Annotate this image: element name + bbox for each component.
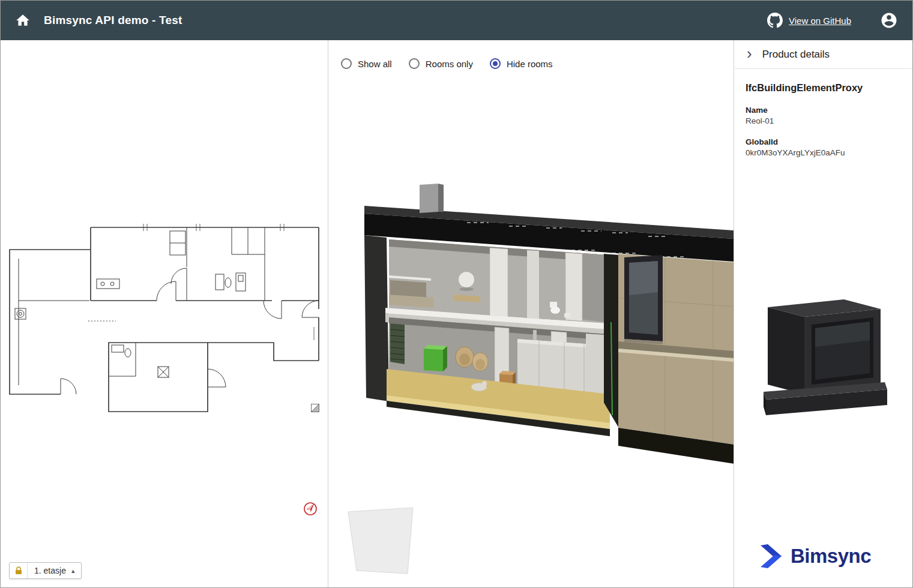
radio-show-all[interactable]: Show all [341, 58, 392, 69]
details-panel-body: IfcBuildingElementProxy Name Reol-01 Glo… [735, 69, 912, 157]
compass-icon[interactable] [303, 501, 318, 517]
field-value-globalid: 0kr0M3oYXArgLYxjE0aAFu [746, 148, 902, 157]
radio-circle-icon [409, 58, 420, 69]
radio-hide-rooms[interactable]: Hide rooms [490, 58, 553, 69]
view-on-github-link[interactable]: View on GitHub [767, 13, 851, 28]
details-panel-title: Product details [762, 49, 830, 61]
bimsync-logo-icon [759, 543, 785, 569]
storey-dropdown[interactable]: 1. etasje ▴ [28, 563, 81, 578]
radio-rooms-only[interactable]: Rooms only [409, 58, 473, 69]
lock-button[interactable] [10, 563, 28, 578]
viewer-canvas[interactable]: Show all Rooms only Hide rooms [329, 40, 734, 587]
caret-up-icon: ▴ [71, 567, 75, 575]
storey-label: 1. etasje [34, 566, 66, 575]
field-value-name: Reol-01 [746, 116, 902, 125]
radio-label: Hide rooms [507, 59, 553, 69]
storey-selector[interactable]: 1. etasje ▴ [9, 562, 82, 579]
app-header: Bimsync API demo - Test View on GitHub [1, 1, 912, 40]
ifc-class-name: IfcBuildingElementProxy [746, 82, 902, 94]
lock-icon [14, 566, 23, 575]
field-label-name: Name [746, 106, 902, 115]
app-window: Bimsync API demo - Test View on GitHub [0, 0, 913, 588]
floorplan-drawing [1, 40, 328, 587]
section-plane-icon[interactable] [310, 403, 320, 413]
home-icon[interactable] [15, 13, 31, 28]
github-link-label: View on GitHub [789, 16, 851, 26]
floorplan-canvas[interactable]: 1. etasje ▴ [1, 40, 328, 587]
display-mode-radio-group: Show all Rooms only Hide rooms [341, 58, 570, 69]
viewer-minimap-overlay [341, 502, 425, 580]
user-avatar-icon[interactable] [880, 11, 898, 29]
product-preview-canvas[interactable] [735, 280, 912, 460]
github-icon [767, 13, 783, 28]
field-label-globalid: GlobalId [746, 137, 902, 146]
product-details-panel: › Product details IfcBuildingElementProx… [735, 40, 912, 587]
bimsync-logo-text: Bimsync [791, 545, 871, 568]
collapse-chevron-icon[interactable]: › [747, 46, 752, 61]
radio-circle-icon [490, 58, 501, 69]
product-preview-model [735, 280, 912, 460]
radio-label: Show all [358, 59, 392, 69]
details-panel-header: › Product details [735, 40, 912, 69]
radio-label: Rooms only [426, 59, 473, 69]
page-title: Bimsync API demo - Test [44, 14, 182, 27]
bimsync-logo: Bimsync [759, 543, 871, 569]
radio-circle-icon [341, 58, 352, 69]
